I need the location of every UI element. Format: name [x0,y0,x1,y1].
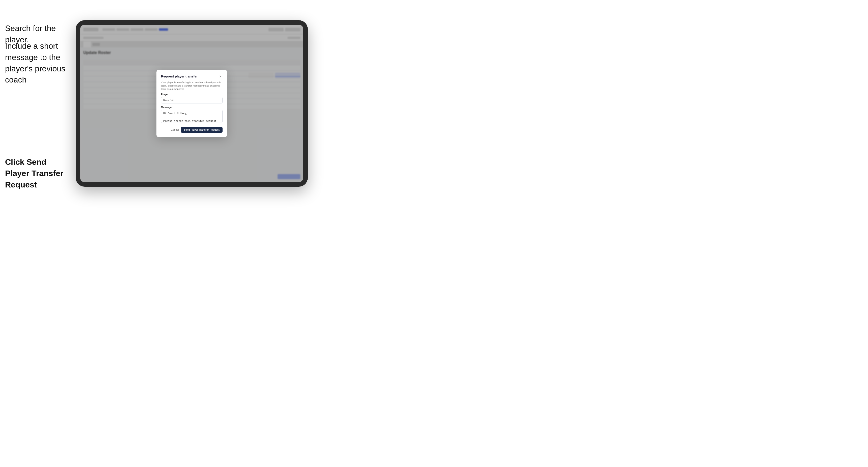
message-field-label: Message [161,106,222,109]
modal-overlay: Request player transfer × If the player … [80,25,303,182]
tablet-device: Update Roster [76,20,308,187]
annotation-click-text: Click Send Player Transfer Request [5,156,71,190]
modal-footer: Cancel Send Player Transfer Request [161,127,222,133]
send-transfer-request-button[interactable]: Send Player Transfer Request [181,127,222,133]
annotation-arrow-1-vertical [12,97,12,129]
annotation-arrow-2-vertical-bottom [12,137,12,152]
message-textarea[interactable]: Hi Coach McHarg, Please accept this tran… [161,110,222,123]
tablet-screen: Update Roster [80,25,303,182]
cancel-button[interactable]: Cancel [171,128,179,131]
modal-close-button[interactable]: × [218,74,222,79]
modal-header: Request player transfer × [161,74,222,79]
modal-title: Request player transfer [161,74,197,78]
request-transfer-modal: Request player transfer × If the player … [156,70,227,137]
player-input[interactable] [161,97,222,103]
modal-description: If the player is transferring from anoth… [161,81,222,91]
player-field-label: Player [161,93,222,96]
annotation-message-text: Include a short message to the player's … [5,40,76,86]
